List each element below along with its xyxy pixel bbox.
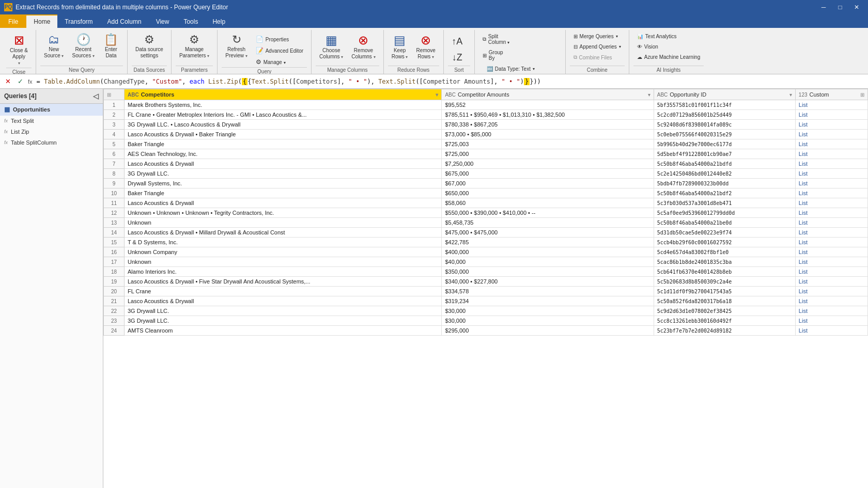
table-row[interactable]: 17 Unknown $40,000 5cac86b1b8de24001835c… xyxy=(104,257,868,267)
col-sort-custom[interactable]: ⊞ xyxy=(860,92,864,98)
datatype-button[interactable]: 🔤 Data Type: Text ▾ xyxy=(483,65,561,73)
table-row[interactable]: 3 3G Drywall LLC. • Lasco Acoustics & Dr… xyxy=(104,120,868,130)
table-row[interactable]: 4 Lasco Acoustics & Drywall • Baker Tria… xyxy=(104,130,868,139)
table-row[interactable]: 12 Unknown • Unknown • Unknown • Tegrity… xyxy=(104,208,868,218)
table-row[interactable]: 1 Marek Brothers Systems, Inc. $95,552 5… xyxy=(104,100,868,110)
sort-asc-button[interactable]: ↑A xyxy=(448,34,467,49)
col-sort-amounts[interactable]: ▾ xyxy=(648,92,650,98)
table-row[interactable]: 2 FL Crane • Greater Metroplex Interiors… xyxy=(104,110,868,120)
competitors-cell: Unknown Company xyxy=(125,247,442,257)
merge-queries-button[interactable]: ⊞ Merge Queries ▾ xyxy=(570,32,625,41)
refresh-preview-button[interactable]: ↻ RefreshPreview ▾ xyxy=(222,32,251,61)
col-header-custom[interactable]: 123 Custom ⊞ xyxy=(795,89,867,100)
close-apply-dropdown[interactable]: ▾ xyxy=(18,61,20,66)
table-row[interactable]: 5 Baker Triangle $725,003 5b9965b40d29e7… xyxy=(104,139,868,149)
oppid-cell: 5b9965b40d29e7000ec6177d xyxy=(654,139,795,149)
azure-ml-button[interactable]: ☁ Azure Machine Learning xyxy=(633,53,704,61)
tab-view[interactable]: View xyxy=(149,14,177,28)
text-analytics-button[interactable]: 📊 Text Analytics xyxy=(633,32,704,41)
remove-rows-button[interactable]: ⊗ RemoveRows ▾ xyxy=(413,32,439,62)
manage-label: Manage ▾ xyxy=(264,59,286,65)
split-column-button[interactable]: ⧉ SplitColumn ▾ xyxy=(479,32,513,46)
col-header-oppid[interactable]: ABC Opportunity ID ▾ xyxy=(654,89,795,100)
close-button[interactable]: ✕ xyxy=(849,2,864,12)
table-row[interactable]: 24 AMTS Cleanroom $295,000 5c23bf7e7b7e2… xyxy=(104,326,868,336)
formula-input[interactable]: = Table.AddColumn(ChangedType, "Custom",… xyxy=(37,78,866,85)
maximize-button[interactable]: □ xyxy=(833,2,847,12)
custom-cell: List xyxy=(795,247,867,257)
properties-button[interactable]: 📄 Properties xyxy=(252,34,307,44)
custom-cell: List xyxy=(795,120,867,130)
table-row[interactable]: 11 Lasco Acoustics & Drywall $58,060 5c3… xyxy=(104,198,868,208)
sort-desc-button[interactable]: ↓Z xyxy=(448,50,467,65)
tab-home[interactable]: Home xyxy=(26,14,57,28)
sidebar-item-opportunities[interactable]: ▦ Opportunities xyxy=(0,104,103,116)
table-row[interactable]: 10 Baker Triangle $650,000 5c50b8f46aba5… xyxy=(104,188,868,198)
sidebar-item-textsplit[interactable]: fx Text Split xyxy=(0,116,103,127)
tab-tools[interactable]: Tools xyxy=(176,14,205,28)
tab-help[interactable]: Help xyxy=(205,14,233,28)
data-area[interactable]: ⊞ ABC Competitors ▾ ABC Competitor xyxy=(103,89,868,488)
table-row[interactable]: 8 3G Drywall LLC. $675,000 5c2e14250486b… xyxy=(104,169,868,179)
enter-data-button[interactable]: 📋 EnterData xyxy=(99,32,123,61)
title-bar: PQ Extract Records from delimited data i… xyxy=(0,0,868,14)
table-row[interactable]: 19 Lasco Acoustics & Drywall • Five Star… xyxy=(104,277,868,287)
ribbon-group-parameters: ⚙ ManageParameters ▾ Parameters xyxy=(172,30,218,74)
append-queries-dropdown[interactable]: ▾ xyxy=(619,44,621,49)
managecolumns-group-label: Manage Columns xyxy=(316,66,379,74)
col-header-amounts[interactable]: ABC Competitor Amounts ▾ xyxy=(442,89,654,100)
close-apply-icon: ⊠ xyxy=(14,34,24,46)
tab-transform[interactable]: Transform xyxy=(57,14,100,28)
tab-addcolumn[interactable]: Add Column xyxy=(100,14,149,28)
minimize-button[interactable]: ─ xyxy=(816,2,831,12)
new-source-button[interactable]: 🗂 NewSource ▾ xyxy=(40,32,67,61)
datasources-group-label: Data Sources xyxy=(132,66,167,74)
remove-columns-icon: ⊗ xyxy=(358,34,368,46)
properties-label: Properties xyxy=(266,37,289,42)
recent-sources-button[interactable]: 🕐 RecentSources ▾ xyxy=(68,32,98,61)
table-row[interactable]: 18 Alamo Interiors Inc. $350,000 5cb641f… xyxy=(104,267,868,277)
keep-rows-button[interactable]: ▤ KeepRows ▾ xyxy=(388,32,412,62)
table-row[interactable]: 15 T & D Systems, Inc. $422,785 5ccb4bb2… xyxy=(104,238,868,247)
manage-parameters-button[interactable]: ⚙ ManageParameters ▾ xyxy=(176,32,213,61)
custom-cell: List xyxy=(795,267,867,277)
window-controls[interactable]: ─ □ ✕ xyxy=(816,2,864,12)
vision-button[interactable]: 👁 Vision xyxy=(633,42,704,51)
col-type-icon-amounts: ABC xyxy=(445,92,456,98)
recent-sources-label: RecentSources ▾ xyxy=(72,46,94,59)
manage-button[interactable]: ⚙ Manage ▾ xyxy=(252,57,307,67)
close-apply-button[interactable]: ⊠ Close &Apply ▾ xyxy=(6,32,32,68)
table-row[interactable]: 13 Unknown $5,458,735 5c50b8f46aba54000a… xyxy=(104,218,868,228)
datatype-icon: 🔤 xyxy=(487,66,493,72)
table-row[interactable]: 20 FL Crane $334,578 5c1d11df0f9b2700417… xyxy=(104,287,868,296)
remove-columns-button[interactable]: ⊗ RemoveColumns ▾ xyxy=(348,32,379,62)
choose-columns-button[interactable]: ▦ ChooseColumns ▾ xyxy=(316,32,347,62)
group-by-button[interactable]: ⊞ GroupBy xyxy=(479,48,513,62)
append-queries-button[interactable]: ⊟ Append Queries ▾ xyxy=(570,42,625,51)
table-row[interactable]: 21 Lasco Acoustics & Drywall $319,234 5c… xyxy=(104,296,868,306)
col-sort-oppid[interactable]: ▾ xyxy=(789,92,792,98)
combine-files-button[interactable]: ⧉ Combine Files xyxy=(570,53,625,62)
merge-queries-dropdown[interactable]: ▾ xyxy=(616,34,618,39)
col-header-competitors[interactable]: ABC Competitors ▾ xyxy=(125,89,442,100)
row-num-cell: 20 xyxy=(104,287,125,296)
tab-file[interactable]: File xyxy=(0,14,26,28)
table-row[interactable]: 14 Lasco Acoustics & Drywall • Millard D… xyxy=(104,228,868,238)
table-row[interactable]: 6 AES Clean Technology, Inc. $725,000 5d… xyxy=(104,149,868,159)
sidebar-item-tablesplitcolumn[interactable]: fx Table SplitColumn xyxy=(0,137,103,148)
table-row[interactable]: 22 3G Drywall LLC. $30,000 5c9d2d63d1e07… xyxy=(104,306,868,316)
formula-accept-button[interactable]: ✓ xyxy=(14,76,26,87)
table-row[interactable]: 7 Lasco Acoustics & Drywall $7,250,000 5… xyxy=(104,159,868,169)
sidebar-collapse-button[interactable]: ◁ xyxy=(93,92,99,100)
table-row[interactable]: 23 3G Drywall LLC. $30,000 5cc8c13261ebb… xyxy=(104,316,868,326)
reducerows-group-label: Reduce Rows xyxy=(388,66,439,74)
sidebar-item-listzip[interactable]: fx List Zip xyxy=(0,127,103,137)
col-sort-competitors[interactable]: ▾ xyxy=(436,92,438,98)
advanced-editor-button[interactable]: 📝 Advanced Editor xyxy=(252,45,307,56)
datatype-dropdown[interactable]: ▾ xyxy=(533,67,535,71)
table-row[interactable]: 9 Drywall Systems, Inc. $67,000 5bdb47fb… xyxy=(104,179,868,188)
table-row[interactable]: 16 Unknown Company $400,000 5cd4e657d4a8… xyxy=(104,247,868,257)
split-column-icon: ⧉ xyxy=(483,36,486,42)
datasource-settings-button[interactable]: ⚙ Data sourcesettings xyxy=(132,32,167,61)
formula-cancel-button[interactable]: ✕ xyxy=(2,76,13,87)
